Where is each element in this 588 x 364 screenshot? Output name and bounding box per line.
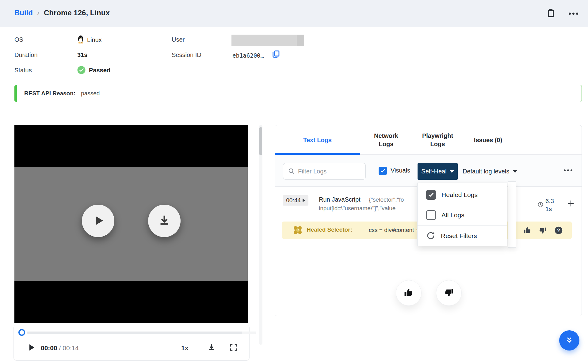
linux-penguin-icon — [77, 35, 84, 45]
log-entry-payload-line2: input[id=\"username\"]","value — [319, 205, 395, 212]
menu-item-healed-logs[interactable]: Healed Logs — [418, 185, 507, 205]
playback-rate-button[interactable]: 1x — [181, 344, 188, 352]
video-download-overlay-button[interactable] — [148, 205, 181, 237]
video-total-time: 00:14 — [63, 344, 79, 351]
download-icon — [207, 348, 216, 353]
double-chevron-down-icon — [565, 336, 574, 346]
healed-thumbs-up-button[interactable] — [523, 226, 532, 236]
refresh-icon — [426, 231, 435, 241]
scroll-to-bottom-fab[interactable] — [559, 330, 579, 351]
status-passed-icon — [77, 66, 86, 75]
os-value-text: Linux — [87, 36, 102, 44]
menu-item-all-logs[interactable]: All Logs — [418, 205, 507, 225]
top-bar-actions — [546, 8, 578, 19]
log-entry-time: 00:44 — [286, 197, 301, 204]
log-levels-dropdown-button[interactable]: Default log levels — [463, 163, 517, 180]
video-controls-row: 00:00 / 00:14 1x — [14, 341, 249, 358]
visuals-checkbox-label[interactable]: Visuals — [391, 167, 410, 174]
healed-selector-value: css = div#content > d — [369, 227, 424, 233]
user-value-redacted — [231, 35, 304, 46]
video-progress-tail — [242, 332, 256, 334]
video-player[interactable] — [14, 125, 248, 323]
caret-down-icon — [450, 170, 454, 173]
trash-icon — [546, 8, 556, 19]
menu-divider — [418, 225, 507, 226]
thumbs-down-icon — [538, 231, 547, 236]
tab-text-logs[interactable]: Text Logs — [275, 125, 360, 155]
menu-item-reset-filters[interactable]: Reset Filters — [418, 226, 507, 246]
clock-icon — [537, 202, 544, 209]
log-entry-payload-line1: {"selector":"fo — [369, 196, 404, 203]
status-label: Status — [14, 67, 32, 74]
caret-down-icon — [513, 170, 517, 173]
top-bar: Build › Chrome 126, Linux — [0, 0, 588, 27]
play-icon — [91, 213, 105, 229]
duration-label: Duration — [14, 51, 38, 59]
healed-thumbs-down-button[interactable] — [538, 226, 547, 236]
thumbs-down-icon — [444, 287, 454, 299]
visuals-checkbox[interactable] — [379, 167, 387, 175]
video-controls: 00:00 / 00:14 1x — [13, 325, 250, 361]
question-icon: ? — [554, 231, 563, 236]
os-label: OS — [14, 36, 23, 43]
session-id-value: eb1a6200… — [232, 52, 264, 59]
video-play-overlay-button[interactable] — [82, 205, 114, 237]
log-levels-label: Default log levels — [463, 168, 509, 175]
breadcrumb-build-link[interactable]: Build — [14, 9, 33, 17]
menu-item-label: Reset Filters — [441, 232, 477, 240]
breadcrumb: Build › Chrome 126, Linux — [14, 9, 110, 17]
feedback-thumbs-down-button[interactable] — [436, 280, 462, 306]
tab-issues[interactable]: Issues (0) — [465, 125, 511, 155]
healed-help-button[interactable]: ? — [554, 226, 563, 236]
copy-session-id-button[interactable] — [272, 50, 280, 59]
status-value: Passed — [89, 67, 110, 74]
session-dashboard: Build › Chrome 126, Linux OS — [0, 0, 588, 364]
filter-logs-input[interactable] — [283, 163, 366, 180]
self-heal-dropdown-button[interactable]: Self-Heal — [418, 163, 458, 180]
duration-top: 6.3 — [545, 197, 554, 205]
vertical-scrollbar — [259, 125, 262, 345]
os-value: Linux — [77, 35, 102, 45]
rest-api-reason-value: passed — [81, 90, 100, 97]
bandage-icon — [292, 225, 304, 236]
tab-playwright-logs[interactable]: Playwright Logs — [417, 125, 458, 155]
thumbs-up-icon — [523, 231, 532, 236]
log-entry-expand-plus-button[interactable] — [567, 199, 575, 208]
session-id-label: Session ID — [172, 51, 201, 59]
video-time: 00:00 / 00:14 — [41, 344, 79, 352]
delete-session-button[interactable] — [546, 8, 556, 19]
duration-value: 31s — [77, 51, 87, 59]
dropdown-scroll-gutter — [508, 181, 516, 248]
download-icon — [157, 214, 171, 229]
log-entry-duration: 6.3 1s — [545, 197, 554, 213]
tab-network-logs[interactable]: Network Logs — [367, 125, 405, 155]
feedback-thumbs-up-button[interactable] — [396, 280, 422, 306]
duration-bottom: 1s — [545, 205, 554, 213]
logs-tab-row: Text Logs Network Logs Playwright Logs I… — [275, 125, 582, 155]
self-heal-label: Self-Heal — [421, 168, 446, 175]
scrollbar-thumb[interactable] — [259, 127, 262, 155]
expand-caret-icon — [303, 199, 305, 202]
page-title: Chrome 126, Linux — [44, 9, 110, 17]
user-label: User — [172, 36, 185, 43]
video-download-button[interactable] — [207, 343, 216, 353]
play-icon — [28, 348, 35, 352]
logs-filter-row: Visuals Self-Heal Default log levels — [275, 155, 582, 187]
copy-icon — [272, 50, 280, 59]
rest-api-reason-banner: REST API Reason: passed — [14, 85, 582, 102]
video-current-time: 00:00 — [41, 344, 57, 351]
log-entry-timestamp-chip[interactable]: 00:44 — [283, 195, 308, 206]
rest-api-reason-label: REST API Reason: — [24, 90, 75, 97]
filter-more-options-button[interactable] — [564, 169, 572, 171]
video-fullscreen-button[interactable] — [229, 343, 238, 353]
ellipsis-icon — [569, 13, 578, 15]
thumbs-up-icon — [403, 287, 414, 299]
video-progress-track[interactable] — [27, 332, 256, 334]
video-play-button[interactable] — [28, 343, 35, 352]
log-entry-command: Run JavaScript — [319, 196, 361, 203]
checked-checkbox-icon — [426, 190, 436, 200]
self-heal-dropdown-menu: Healed Logs All Logs Reset Filters — [417, 183, 507, 246]
breadcrumb-separator: › — [37, 9, 40, 17]
video-scrubber-handle[interactable] — [18, 329, 25, 336]
more-options-button[interactable] — [569, 13, 578, 15]
